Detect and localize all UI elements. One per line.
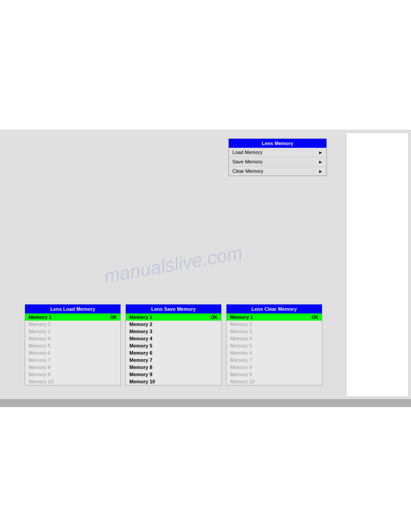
clear-memory-label-10: Memory 10 xyxy=(230,379,255,384)
load-memory-label-6: Memory 6 xyxy=(29,350,51,356)
clear-memory-label-4: Memory 4 xyxy=(230,336,252,341)
watermark: manualslive.com xyxy=(102,242,244,287)
save-memory-row-2[interactable]: Memory 2 xyxy=(126,321,221,328)
clear-memory-row-3[interactable]: Memory 3 xyxy=(227,328,322,335)
load-memory-label: Load Memory xyxy=(232,150,262,155)
save-memory-label-1: Memory 1 xyxy=(129,314,152,320)
clear-memory-label: Clear Memory xyxy=(232,168,263,174)
load-memory-row-1[interactable]: Memory 1 OK xyxy=(25,313,120,321)
load-memory-row-10[interactable]: Memory 10 xyxy=(25,378,120,385)
load-memory-row-3[interactable]: Memory 3 xyxy=(25,328,120,335)
load-memory-arrow: ► xyxy=(318,150,323,155)
clear-memory-row-2[interactable]: Memory 2 xyxy=(227,321,322,328)
load-memory-row-7[interactable]: Memory 7 xyxy=(25,356,120,364)
save-memory-row-6[interactable]: Memory 6 xyxy=(126,349,221,356)
save-memory-row-1[interactable]: Memory 1 OK xyxy=(126,313,221,321)
clear-memory-label-1: Memory 1 xyxy=(230,314,253,320)
load-memory-row-9[interactable]: Memory 9 xyxy=(25,371,120,378)
clear-memory-label-6: Memory 6 xyxy=(230,350,252,356)
clear-memory-label-3: Memory 3 xyxy=(230,329,252,334)
clear-memory-label-2: Memory 2 xyxy=(230,322,252,327)
load-memory-row-8[interactable]: Memory 8 xyxy=(25,364,120,371)
load-memory-label-3: Memory 3 xyxy=(29,329,51,334)
load-memory-label-4: Memory 4 xyxy=(29,336,51,341)
save-memory-item[interactable]: Save Memory ► xyxy=(229,157,326,167)
save-memory-panel: Lens Save Memory Memory 1 OK Memory 2 Me… xyxy=(125,304,222,386)
clear-memory-row-5[interactable]: Memory 5 xyxy=(227,342,322,349)
main-area: manualslive.com Lens Memory Load Memory … xyxy=(0,130,411,399)
clear-panel-body: Memory 1 OK Memory 2 Memory 3 Memory 4 M… xyxy=(227,313,322,385)
save-memory-row-8[interactable]: Memory 8 xyxy=(126,364,221,371)
load-memory-label-7: Memory 7 xyxy=(29,357,51,363)
clear-memory-label-5: Memory 5 xyxy=(230,343,252,348)
load-memory-label-1: Memory 1 xyxy=(29,314,51,320)
top-area xyxy=(0,0,411,130)
clear-memory-row-6[interactable]: Memory 6 xyxy=(227,349,322,356)
load-memory-label-2: Memory 2 xyxy=(29,322,51,327)
save-memory-row-7[interactable]: Memory 7 xyxy=(126,356,221,364)
clear-memory-row-9[interactable]: Memory 9 xyxy=(227,371,322,378)
load-memory-row-5[interactable]: Memory 5 xyxy=(25,342,120,349)
lens-memory-popup: Lens Memory Load Memory ► Save Memory ► … xyxy=(228,138,327,176)
save-memory-label-3: Memory 3 xyxy=(129,329,152,334)
load-memory-row-4[interactable]: Memory 4 xyxy=(25,335,120,342)
save-ok-1[interactable]: OK xyxy=(211,315,218,320)
load-panel-header: Lens Load Memory xyxy=(25,305,120,313)
save-memory-label-10: Memory 10 xyxy=(129,379,155,384)
save-memory-row-9[interactable]: Memory 9 xyxy=(126,371,221,378)
bottom-area xyxy=(0,407,411,532)
clear-memory-item[interactable]: Clear Memory ► xyxy=(229,167,326,176)
save-memory-label-5: Memory 5 xyxy=(129,343,152,348)
divider-bottom xyxy=(0,399,411,407)
clear-memory-row-8[interactable]: Memory 8 xyxy=(227,364,322,371)
save-memory-arrow: ► xyxy=(318,159,323,164)
save-memory-row-3[interactable]: Memory 3 xyxy=(126,328,221,335)
save-memory-label-7: Memory 7 xyxy=(129,357,152,363)
load-memory-label-10: Memory 10 xyxy=(29,379,53,384)
load-memory-panel: Lens Load Memory Memory 1 OK Memory 2 Me… xyxy=(25,304,121,386)
save-memory-label-2: Memory 2 xyxy=(129,322,152,327)
clear-memory-row-10[interactable]: Memory 10 xyxy=(227,378,322,385)
panels-row: Lens Load Memory Memory 1 OK Memory 2 Me… xyxy=(25,304,322,386)
save-panel-body: Memory 1 OK Memory 2 Memory 3 Memory 4 M… xyxy=(126,313,221,385)
save-memory-row-4[interactable]: Memory 4 xyxy=(126,335,221,342)
clear-ok-1[interactable]: OK xyxy=(312,315,318,320)
clear-memory-row-1[interactable]: Memory 1 OK xyxy=(227,313,322,321)
save-memory-label-6: Memory 6 xyxy=(129,350,152,356)
save-memory-row-10[interactable]: Memory 10 xyxy=(126,378,221,385)
clear-panel-header: Lens Clear Memory xyxy=(227,305,322,313)
load-memory-row-2[interactable]: Memory 2 xyxy=(25,321,120,328)
load-memory-label-5: Memory 5 xyxy=(29,343,51,348)
right-panel xyxy=(346,133,409,397)
save-memory-label-4: Memory 4 xyxy=(129,336,152,341)
load-memory-row-6[interactable]: Memory 6 xyxy=(25,349,120,356)
clear-memory-panel: Lens Clear Memory Memory 1 OK Memory 2 M… xyxy=(226,304,322,386)
load-ok-1[interactable]: OK xyxy=(110,315,117,320)
save-memory-label-9: Memory 9 xyxy=(129,372,152,377)
clear-memory-row-7[interactable]: Memory 7 xyxy=(227,356,322,364)
save-memory-label-8: Memory 8 xyxy=(129,365,152,370)
load-memory-label-8: Memory 8 xyxy=(29,365,51,370)
save-panel-header: Lens Save Memory xyxy=(126,305,221,313)
save-memory-label: Save Memory xyxy=(232,159,263,164)
save-memory-row-5[interactable]: Memory 5 xyxy=(126,342,221,349)
load-panel-body: Memory 1 OK Memory 2 Memory 3 Memory 4 M… xyxy=(25,313,120,385)
left-panel: manualslive.com Lens Memory Load Memory … xyxy=(0,130,346,399)
clear-memory-label-7: Memory 7 xyxy=(230,357,252,363)
clear-memory-row-4[interactable]: Memory 4 xyxy=(227,335,322,342)
lens-memory-title: Lens Memory xyxy=(229,139,326,148)
load-memory-label-9: Memory 9 xyxy=(29,372,51,377)
clear-memory-label-8: Memory 8 xyxy=(230,365,252,370)
clear-memory-arrow: ► xyxy=(318,169,323,174)
load-memory-item[interactable]: Load Memory ► xyxy=(229,148,326,157)
clear-memory-label-9: Memory 9 xyxy=(230,372,252,377)
